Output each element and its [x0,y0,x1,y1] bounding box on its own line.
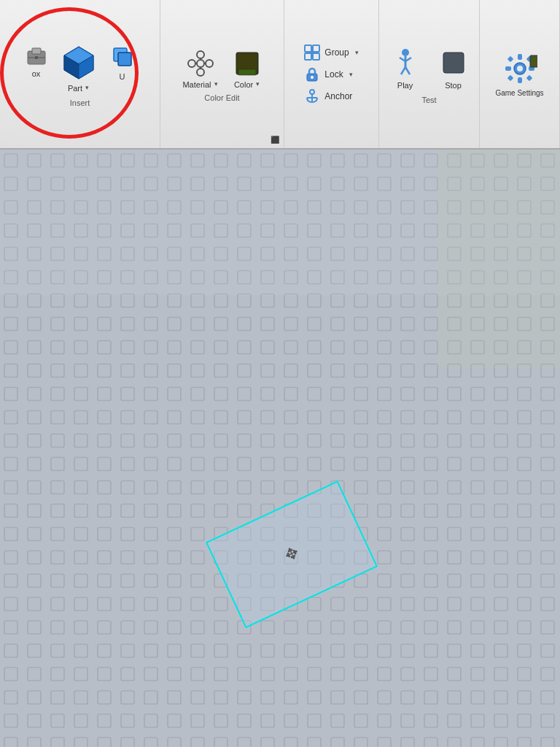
svg-rect-43 [505,66,511,71]
part-label: Part [68,84,82,93]
svg-point-40 [517,66,523,71]
svg-point-11 [197,60,204,67]
svg-line-36 [401,67,405,74]
stop-label: Stop [445,81,462,90]
svg-rect-38 [443,53,464,73]
svg-rect-1 [32,48,41,54]
material-label: Material [182,80,211,89]
stop-icon [438,47,470,79]
play-stop-section: Play Stop Test [379,0,480,148]
color-label: Color [234,80,253,89]
anchor-label: Anchor [324,91,352,101]
part-cube-icon [60,44,98,82]
svg-point-26 [310,50,314,55]
play-icon [389,47,421,79]
toolbar: ox Part ▾ [0,0,560,150]
toolbox-icon [25,44,48,67]
svg-rect-21 [238,69,256,75]
svg-rect-49 [530,55,537,67]
group-lock-anchor-section: Group ▾ Lock ▾ [284,0,379,148]
svg-point-32 [402,49,409,56]
color-button[interactable]: Color ▾ [228,46,266,92]
part-button[interactable]: Part ▾ [55,41,102,96]
anchor-icon [304,88,320,104]
edit-section-label: Color Edit [204,93,239,102]
material-button[interactable]: Material ▾ [178,46,222,92]
svg-rect-25 [313,53,319,60]
grid-background [0,150,560,747]
union-icon [109,44,136,70]
material-dropdown-arrow: ▾ [214,80,218,88]
svg-rect-23 [313,45,319,52]
lock-icon [304,66,320,82]
svg-point-13 [206,60,213,67]
union-button[interactable]: U [105,41,140,84]
group-dropdown-arrow: ▾ [355,49,359,56]
group-icon [304,44,320,61]
group-label: Group [324,47,349,58]
material-icon [186,49,215,78]
edit-expand-icon: ⬛ [271,136,279,144]
toolbox-label: ox [32,69,41,78]
svg-point-28 [311,76,314,79]
svg-point-12 [197,51,204,58]
svg-rect-45 [507,55,513,61]
svg-rect-47 [507,74,513,80]
play-label: Play [397,81,413,90]
svg-rect-55 [438,150,560,368]
color-dropdown-arrow: ▾ [256,80,260,88]
settings-section: Game Settings [480,0,560,148]
union-label: U [120,72,125,81]
gear-icon [502,51,537,86]
play-button[interactable]: Play [385,44,426,93]
toolbox-button[interactable]: ox [20,41,52,81]
lock-label: Lock [324,69,343,80]
svg-rect-41 [518,54,522,60]
svg-point-15 [197,69,204,76]
svg-rect-42 [518,77,522,83]
svg-rect-10 [118,53,131,66]
edit-section: Material ▾ Color ▾ Color Edit ⬛ [160,0,284,148]
game-settings-label: Game Settings [495,88,543,98]
viewport: ✥ [0,150,560,747]
test-section-label: Test [421,96,436,104]
svg-point-14 [188,60,195,67]
move-cursor-icon: ✥ [281,543,301,565]
svg-rect-3 [35,56,38,59]
insert-section: ox Part ▾ [0,0,160,148]
svg-rect-22 [305,45,311,52]
color-icon [233,49,262,78]
svg-point-29 [310,90,314,94]
svg-rect-24 [305,53,311,60]
lock-dropdown-arrow: ▾ [349,71,353,78]
anchor-button[interactable]: Anchor [301,87,361,106]
svg-line-37 [405,67,410,74]
lock-button[interactable]: Lock ▾ [301,65,361,84]
stop-button[interactable]: Stop [433,44,474,93]
game-settings-button[interactable]: Game Settings [491,48,548,101]
part-dropdown-arrow: ▾ [85,84,89,91]
insert-section-label: Insert [70,98,90,107]
group-button[interactable]: Group ▾ [301,43,361,62]
svg-rect-48 [526,74,532,80]
